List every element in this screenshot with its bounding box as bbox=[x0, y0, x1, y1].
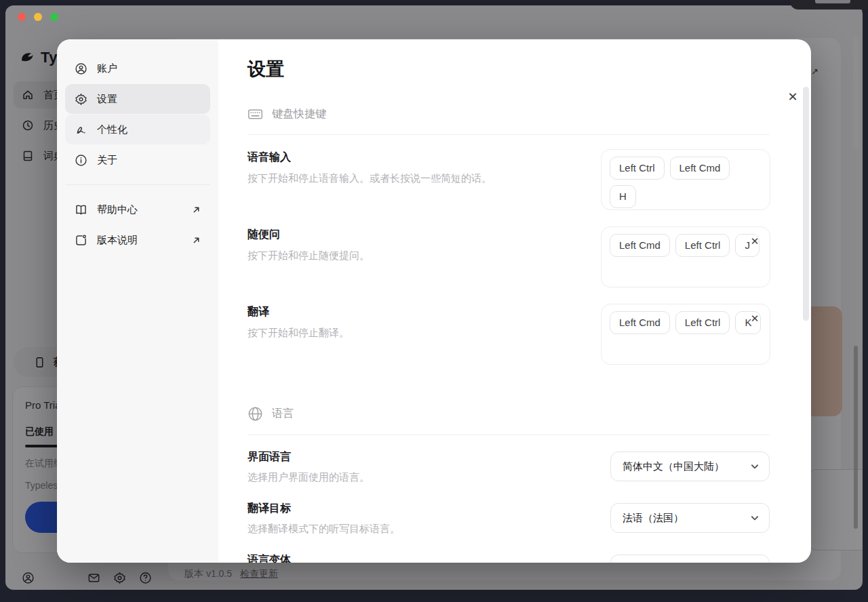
sidebar-divider bbox=[65, 184, 210, 185]
sidebar-item-label: 关于 bbox=[97, 154, 117, 167]
setting-desc-ui-language: 选择用户界面使用的语言。 bbox=[248, 471, 370, 484]
selected-value: 简体中文（中国大陆） bbox=[623, 460, 724, 473]
pen-icon bbox=[75, 123, 87, 136]
release-notes-icon bbox=[75, 234, 87, 247]
settings-modal: 账户 设置 个性化 关于 帮助中心 bbox=[57, 39, 811, 563]
section-title: 语言 bbox=[272, 407, 294, 421]
close-window-button[interactable] bbox=[18, 13, 26, 21]
ui-language-select[interactable]: 简体中文（中国大陆） bbox=[610, 452, 770, 481]
close-modal-button[interactable]: ✕ bbox=[784, 88, 802, 106]
setting-desc-ask: 按下开始和停止随便提问。 bbox=[248, 249, 370, 262]
settings-content: 设置 ✕ 键盘快捷键 语音输入 按下开始和停止语音输入。或者长按说一些简短的话。… bbox=[218, 39, 811, 563]
section-title: 键盘快捷键 bbox=[272, 107, 326, 121]
key-chip: Left Ctrl bbox=[675, 311, 730, 334]
sidebar-item-release-notes[interactable]: 版本说明 bbox=[65, 225, 210, 255]
selected-value: 法语（法国） bbox=[623, 512, 684, 525]
shortcut-recorder-translate[interactable]: Left Cmd Left Ctrl K ✕ bbox=[601, 304, 770, 365]
section-divider bbox=[248, 134, 770, 135]
shortcut-recorder-ask[interactable]: Left Cmd Left Ctrl J ✕ bbox=[601, 226, 770, 287]
chevron-down-icon bbox=[750, 462, 760, 471]
setting-title-translate: 翻译 bbox=[248, 305, 269, 319]
key-chip: Left Ctrl bbox=[675, 234, 730, 257]
translate-target-select[interactable]: 法语（法国） bbox=[610, 503, 770, 533]
sidebar-item-about[interactable]: 关于 bbox=[65, 145, 210, 175]
setting-title-voice-input: 语音输入 bbox=[248, 150, 291, 165]
external-link-icon bbox=[192, 205, 201, 214]
language-variant-select[interactable] bbox=[610, 555, 770, 563]
sidebar-item-label: 账户 bbox=[97, 62, 117, 75]
section-divider bbox=[248, 435, 770, 435]
setting-title-language-variant: 语言变体 bbox=[248, 553, 291, 563]
key-chip: Left Cmd bbox=[610, 234, 670, 257]
sidebar-item-personalization[interactable]: 个性化 bbox=[65, 115, 210, 144]
sidebar-item-label: 版本说明 bbox=[97, 234, 138, 247]
sidebar-item-label: 个性化 bbox=[97, 123, 127, 136]
page-title: 设置 bbox=[248, 57, 284, 81]
sidebar-item-settings[interactable]: 设置 bbox=[65, 84, 210, 114]
setting-title-ui-language: 界面语言 bbox=[248, 450, 291, 464]
setting-desc-voice-input: 按下开始和停止语音输入。或者长按说一些简短的话。 bbox=[248, 172, 492, 185]
minimize-window-button[interactable] bbox=[34, 13, 42, 21]
settings-sidebar: 账户 设置 个性化 关于 帮助中心 bbox=[57, 39, 218, 563]
sidebar-item-label: 设置 bbox=[97, 93, 117, 106]
remove-shortcut-button[interactable]: ✕ bbox=[748, 235, 762, 248]
globe-icon bbox=[248, 406, 263, 422]
user-circle-icon bbox=[75, 62, 87, 75]
window-controls bbox=[18, 13, 58, 21]
modal-scrollbar-thumb[interactable] bbox=[803, 87, 809, 321]
external-link-icon bbox=[192, 236, 201, 245]
setting-desc-translate-target: 选择翻译模式下的听写目标语言。 bbox=[248, 523, 400, 536]
shortcut-recorder-voice-input[interactable]: Left Ctrl Left Cmd H bbox=[601, 149, 770, 210]
setting-desc-translate: 按下开始和停止翻译。 bbox=[248, 327, 349, 340]
gear-icon bbox=[75, 93, 87, 106]
setting-title-ask: 随便问 bbox=[248, 228, 280, 242]
section-header-language: 语言 bbox=[248, 406, 294, 422]
key-chip: H bbox=[610, 185, 636, 208]
sidebar-item-account[interactable]: 账户 bbox=[65, 54, 210, 83]
key-chip: Left Ctrl bbox=[610, 157, 665, 180]
chevron-down-icon bbox=[750, 513, 760, 523]
section-header-shortcuts: 键盘快捷键 bbox=[248, 106, 326, 122]
info-icon bbox=[75, 154, 87, 167]
key-chip: Left Cmd bbox=[670, 157, 730, 180]
remove-shortcut-button[interactable]: ✕ bbox=[748, 312, 762, 325]
sidebar-item-label: 帮助中心 bbox=[97, 203, 138, 216]
keyboard-icon bbox=[248, 106, 263, 122]
key-chip: Left Cmd bbox=[610, 311, 670, 334]
setting-title-translate-target: 翻译目标 bbox=[248, 502, 291, 516]
sidebar-item-help-center[interactable]: 帮助中心 bbox=[65, 195, 210, 224]
book-open-icon bbox=[75, 203, 87, 216]
zoom-window-button[interactable] bbox=[50, 13, 58, 21]
